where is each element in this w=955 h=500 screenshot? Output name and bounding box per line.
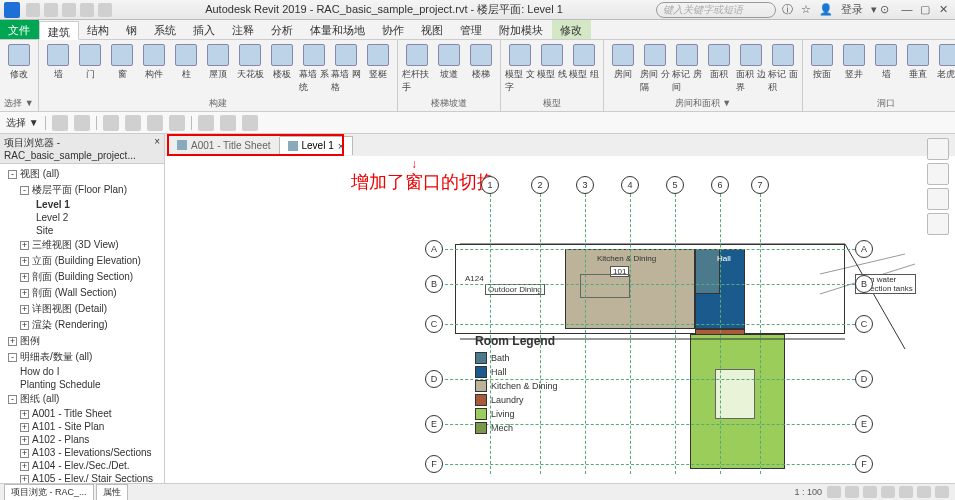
- home-icon[interactable]: [927, 138, 949, 160]
- expand-icon[interactable]: +: [20, 462, 29, 471]
- opt-icon[interactable]: [52, 115, 68, 131]
- tree-node[interactable]: +A001 - Title Sheet: [0, 407, 164, 420]
- tree-node[interactable]: +A104 - Elev./Sec./Det.: [0, 459, 164, 472]
- tree-node[interactable]: +立面 (Building Elevation): [0, 253, 164, 269]
- expand-icon[interactable]: +: [20, 436, 29, 445]
- opt-icon[interactable]: [147, 115, 163, 131]
- ribbon-button[interactable]: 标记 面积: [768, 42, 798, 96]
- ribbon-button[interactable]: 面积: [704, 42, 734, 96]
- ribbon-button[interactable]: 构件: [139, 42, 169, 96]
- ribbon-button[interactable]: 竖梃: [363, 42, 393, 96]
- ribbon-button[interactable]: 修改: [4, 42, 34, 96]
- browser-close-icon[interactable]: ×: [154, 136, 160, 161]
- ribbon-tab-12[interactable]: 附加模块: [491, 20, 552, 39]
- status-icon[interactable]: [845, 486, 859, 498]
- ribbon-tab-10[interactable]: 视图: [413, 20, 452, 39]
- doc-tab-a001[interactable]: A001 - Title Sheet: [169, 137, 280, 154]
- tree-node[interactable]: +渲染 (Rendering): [0, 317, 164, 333]
- tree-node[interactable]: How do I: [0, 365, 164, 378]
- ribbon-button[interactable]: 天花板: [235, 42, 265, 96]
- tree-node[interactable]: Level 2: [0, 211, 164, 224]
- minimize-button[interactable]: —: [899, 3, 915, 17]
- search-input[interactable]: 键入关键字或短语: [656, 2, 776, 18]
- ribbon-button[interactable]: 楼梯: [466, 42, 496, 96]
- restore-button[interactable]: ▢: [917, 3, 933, 17]
- status-icon[interactable]: [827, 486, 841, 498]
- status-icon[interactable]: [863, 486, 877, 498]
- ribbon-button[interactable]: 老虎窗: [935, 42, 955, 96]
- tree-node[interactable]: Level 1: [0, 198, 164, 211]
- expand-icon[interactable]: +: [8, 337, 17, 346]
- expand-icon[interactable]: +: [20, 423, 29, 432]
- expand-icon[interactable]: +: [20, 410, 29, 419]
- ribbon-button[interactable]: 房间 分隔: [640, 42, 670, 96]
- tree-node[interactable]: +A105 - Elev./ Stair Sections: [0, 472, 164, 483]
- qat-save-icon[interactable]: [44, 3, 58, 17]
- ribbon-button[interactable]: 窗: [107, 42, 137, 96]
- scale-display[interactable]: 1 : 100: [794, 487, 822, 497]
- opt-icon[interactable]: [220, 115, 236, 131]
- ribbon-button[interactable]: 幕墙 网格: [331, 42, 361, 96]
- expand-icon[interactable]: +: [20, 321, 29, 330]
- expand-icon[interactable]: +: [20, 257, 29, 266]
- opt-icon[interactable]: [242, 115, 258, 131]
- ribbon-button[interactable]: 模型 组: [569, 42, 599, 96]
- status-icon[interactable]: [881, 486, 895, 498]
- tree-node[interactable]: +剖面 (Wall Section): [0, 285, 164, 301]
- ribbon-button[interactable]: 门: [75, 42, 105, 96]
- tree-node[interactable]: +A101 - Site Plan: [0, 420, 164, 433]
- expand-icon[interactable]: -: [8, 353, 17, 362]
- opt-icon[interactable]: [125, 115, 141, 131]
- qat-redo-icon[interactable]: [80, 3, 94, 17]
- expand-icon[interactable]: +: [20, 305, 29, 314]
- tree-node[interactable]: +三维视图 (3D View): [0, 237, 164, 253]
- ribbon-button[interactable]: 垂直: [903, 42, 933, 96]
- close-button[interactable]: ✕: [935, 3, 951, 17]
- expand-icon[interactable]: +: [20, 449, 29, 458]
- expand-icon[interactable]: +: [20, 241, 29, 250]
- help-icon[interactable]: ▾ ⊙: [871, 3, 889, 16]
- ribbon-button[interactable]: 面积 边界: [736, 42, 766, 96]
- drawing-area[interactable]: A001 - Title Sheet Level 1 × ↓ 增加了窗口的切换: [165, 134, 955, 483]
- ribbon-button[interactable]: 柱: [171, 42, 201, 96]
- ribbon-button[interactable]: 房间: [608, 42, 638, 96]
- ribbon-button[interactable]: 坡道: [434, 42, 464, 96]
- ribbon-tab-5[interactable]: 插入: [185, 20, 224, 39]
- qat-open-icon[interactable]: [26, 3, 40, 17]
- opt-icon[interactable]: [169, 115, 185, 131]
- ribbon-button[interactable]: 竖井: [839, 42, 869, 96]
- qat-print-icon[interactable]: [98, 3, 112, 17]
- select-dropdown[interactable]: 选择 ▼: [6, 116, 39, 130]
- status-tab-browser[interactable]: 项目浏览 - RAC_...: [4, 484, 94, 500]
- opt-icon[interactable]: [198, 115, 214, 131]
- ribbon-button[interactable]: 幕墙 系统: [299, 42, 329, 96]
- ribbon-button[interactable]: 模型 线: [537, 42, 567, 96]
- ribbon-button[interactable]: 墙: [871, 42, 901, 96]
- ribbon-button[interactable]: 标记 房间: [672, 42, 702, 96]
- ribbon-tab-1[interactable]: 建筑: [39, 21, 79, 40]
- ribbon-tab-0[interactable]: 文件: [0, 20, 39, 39]
- tree-node[interactable]: +剖面 (Building Section): [0, 269, 164, 285]
- ribbon-button[interactable]: 屋顶: [203, 42, 233, 96]
- status-tab-properties[interactable]: 属性: [96, 484, 128, 500]
- ribbon-tab-2[interactable]: 结构: [79, 20, 118, 39]
- tree-node[interactable]: +A102 - Plans: [0, 433, 164, 446]
- ribbon-button[interactable]: 按面: [807, 42, 837, 96]
- ribbon-tab-3[interactable]: 钢: [118, 20, 146, 39]
- ribbon-tab-13[interactable]: 修改: [552, 20, 591, 39]
- status-icon[interactable]: [917, 486, 931, 498]
- tree-node[interactable]: Planting Schedule: [0, 378, 164, 391]
- tree-node[interactable]: -明细表/数量 (all): [0, 349, 164, 365]
- ribbon-tab-11[interactable]: 管理: [452, 20, 491, 39]
- ribbon-tab-9[interactable]: 协作: [374, 20, 413, 39]
- status-icon[interactable]: [935, 486, 949, 498]
- expand-icon[interactable]: -: [20, 186, 29, 195]
- ribbon-tab-7[interactable]: 分析: [263, 20, 302, 39]
- expand-icon[interactable]: -: [8, 395, 17, 404]
- login-link[interactable]: 登录: [841, 2, 863, 17]
- tree-node[interactable]: -视图 (all): [0, 166, 164, 182]
- ribbon-tab-6[interactable]: 注释: [224, 20, 263, 39]
- opt-icon[interactable]: [103, 115, 119, 131]
- info-icon[interactable]: ⓘ: [782, 2, 793, 17]
- qat-undo-icon[interactable]: [62, 3, 76, 17]
